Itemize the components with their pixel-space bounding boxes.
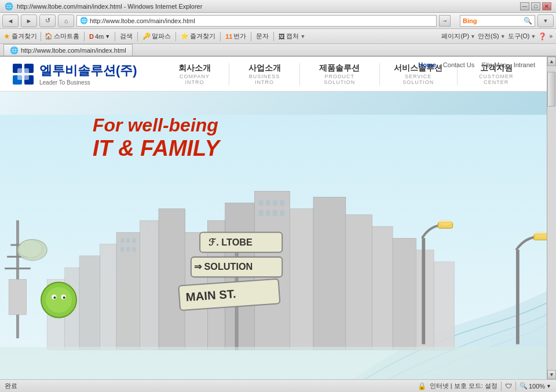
svg-rect-27 bbox=[120, 247, 124, 252]
toolbar-separator bbox=[41, 32, 41, 41]
go-button[interactable]: → bbox=[439, 15, 451, 27]
security-icon: 🔒 bbox=[418, 382, 426, 390]
search-label: 검색 bbox=[120, 32, 133, 41]
logo-sub-text: Leader To Business bbox=[39, 79, 137, 86]
status-bar: 완료 🔒 인터넷 | 보호 모드: 설정 🛡 🔍 100% ▼ bbox=[0, 379, 556, 392]
tab-item[interactable]: 🌐 http://www.ltobe.com/main/index.html bbox=[3, 44, 133, 56]
scroll-up-button[interactable]: ▲ bbox=[547, 57, 556, 66]
close-button[interactable]: ✕ bbox=[542, 2, 551, 10]
top-links: Home Contact Us Site Map Intranet bbox=[418, 61, 535, 68]
sms-button[interactable]: 문자 bbox=[256, 32, 269, 41]
star-icon: ★ bbox=[3, 32, 10, 41]
svg-rect-11 bbox=[140, 221, 159, 350]
svg-rect-58 bbox=[422, 238, 425, 344]
toolbar-navigation: ◄ ► ↺ ⌂ 🌐 http://www.ltobe.com/main/inde… bbox=[0, 13, 556, 29]
more-button[interactable]: » bbox=[549, 33, 553, 39]
address-bar[interactable]: 🌐 http://www.ltobe.com/main/index.html bbox=[76, 15, 437, 27]
svg-rect-30 bbox=[259, 200, 264, 206]
hero-line2: IT & FAMILY bbox=[93, 136, 220, 161]
maximize-button[interactable]: □ bbox=[531, 2, 540, 10]
toolbar-buttons: 🏠 스마트홈 D 4m ▼ 검색 🔑 알파스 ⭐ 즐겨찾기 bbox=[45, 32, 305, 41]
smartHome-button[interactable]: 🏠 스마트홈 bbox=[45, 32, 79, 41]
status-text: 완료 bbox=[5, 382, 17, 390]
top-link-contact[interactable]: Contact Us bbox=[443, 61, 474, 68]
tools-menu[interactable]: 도구(O) ▼ bbox=[508, 32, 536, 41]
svg-rect-41 bbox=[5, 268, 31, 269]
minimize-button[interactable]: — bbox=[520, 2, 529, 10]
top-link-home[interactable]: Home bbox=[418, 61, 436, 68]
svg-rect-24 bbox=[120, 238, 124, 243]
star2-icon: ⭐ bbox=[181, 32, 189, 40]
address-icon: 🌐 bbox=[80, 17, 88, 24]
zoom-label: 100% bbox=[529, 383, 545, 390]
page-arrow: ▼ bbox=[470, 34, 475, 39]
top-link-sitemap[interactable]: Site Map bbox=[481, 61, 506, 68]
sep2 bbox=[84, 32, 85, 41]
security-status: 인터넷 | 보호 모드: 설정 bbox=[430, 382, 498, 390]
search-box[interactable]: Bing 🔍 bbox=[460, 15, 535, 27]
svg-rect-28 bbox=[126, 247, 130, 252]
zoom-icon: 🔍 bbox=[520, 382, 528, 390]
nav-product-label: 제품솔루션 bbox=[312, 63, 368, 74]
tab-bar: 🌐 http://www.ltobe.com/main/index.html bbox=[0, 44, 556, 57]
scrollbar-vertical: ▲ ▼ bbox=[547, 57, 556, 379]
svg-rect-37 bbox=[280, 210, 284, 216]
search-button[interactable]: 검색 bbox=[120, 32, 133, 41]
site-logo: 엘투비솔루션(주) Leader To Business bbox=[12, 62, 137, 86]
scroll-down-button[interactable]: ▼ bbox=[547, 370, 556, 379]
svg-point-49 bbox=[53, 296, 56, 299]
svg-rect-19 bbox=[346, 215, 372, 350]
svg-rect-26 bbox=[132, 238, 136, 243]
scroll-thumb[interactable] bbox=[547, 72, 555, 107]
home-button[interactable]: ⌂ bbox=[58, 14, 74, 27]
favorites-toolbar-btn[interactable]: ⭐ 즐겨찾기 bbox=[181, 32, 215, 41]
nav-business-sub: BUSINESS INTRO bbox=[241, 74, 287, 85]
favorites-button[interactable]: ★ 즐겨찾기 bbox=[3, 32, 37, 41]
scroll-track[interactable] bbox=[547, 66, 556, 370]
tools-arrow: ▼ bbox=[531, 34, 536, 39]
top-link-intranet[interactable]: Intranet bbox=[514, 61, 535, 68]
forward-button[interactable]: ► bbox=[21, 14, 37, 27]
nav-item-company[interactable]: 회사소개 COMPANY INTRO bbox=[160, 63, 230, 85]
nav-support-sub: CUSTOMER CENTER bbox=[469, 74, 524, 85]
shield-icon: 🛡 bbox=[505, 382, 512, 390]
help-button[interactable]: ❓ bbox=[538, 32, 547, 41]
svg-rect-17 bbox=[290, 209, 313, 350]
more-icon: » bbox=[549, 33, 553, 39]
svg-rect-33 bbox=[280, 200, 284, 206]
capture-arrow: ▼ bbox=[300, 34, 305, 39]
svg-rect-21 bbox=[393, 238, 416, 350]
shop11-button[interactable]: 11 번가 bbox=[225, 32, 246, 41]
browser-window: 🌐 http://www.ltobe.com/main/index.html -… bbox=[0, 0, 556, 392]
svg-rect-8 bbox=[79, 256, 100, 350]
site-header: 엘투비솔루션(주) Leader To Business Home Contac… bbox=[0, 57, 547, 91]
hero-line1: For well-being bbox=[93, 115, 220, 136]
refresh-button[interactable]: ↺ bbox=[39, 14, 56, 27]
svg-rect-9 bbox=[100, 244, 116, 350]
svg-rect-36 bbox=[273, 210, 277, 216]
nav-item-product[interactable]: 제품솔루션 PRODUCT SOLUTION bbox=[300, 63, 380, 85]
capture-button[interactable]: 🖼 캡처 ▼ bbox=[279, 32, 305, 41]
nav-item-business[interactable]: 사업소개 BUSINESS INTRO bbox=[229, 63, 299, 85]
page-menu[interactable]: 페이지(P) ▼ bbox=[441, 32, 475, 41]
daum-text: 4m bbox=[95, 33, 104, 40]
nav-product-sub: PRODUCT SOLUTION bbox=[312, 74, 368, 85]
search-options-button[interactable]: ▼ bbox=[537, 14, 554, 27]
nav-company-label: 회사소개 bbox=[172, 63, 218, 74]
svg-rect-18 bbox=[313, 197, 346, 350]
alpha-button[interactable]: 🔑 알파스 bbox=[142, 32, 171, 41]
back-button[interactable]: ◄ bbox=[2, 14, 19, 27]
daum-button[interactable]: D 4m ▼ bbox=[89, 33, 110, 40]
svg-point-60 bbox=[438, 219, 452, 225]
safety-menu[interactable]: 안전(S) ▼ bbox=[478, 32, 506, 41]
site-container: 엘투비솔루션(주) Leader To Business Home Contac… bbox=[0, 57, 547, 379]
svg-rect-61 bbox=[516, 250, 519, 344]
status-sep2 bbox=[515, 382, 516, 391]
logo-text-container: 엘투비솔루션(주) Leader To Business bbox=[39, 62, 137, 86]
zoom-button[interactable]: 🔍 100% ▼ bbox=[520, 382, 551, 390]
sep6 bbox=[220, 32, 221, 41]
svg-rect-20 bbox=[372, 226, 393, 350]
svg-rect-29 bbox=[132, 247, 136, 252]
svg-rect-64 bbox=[0, 347, 547, 379]
svg-rect-32 bbox=[273, 200, 277, 206]
